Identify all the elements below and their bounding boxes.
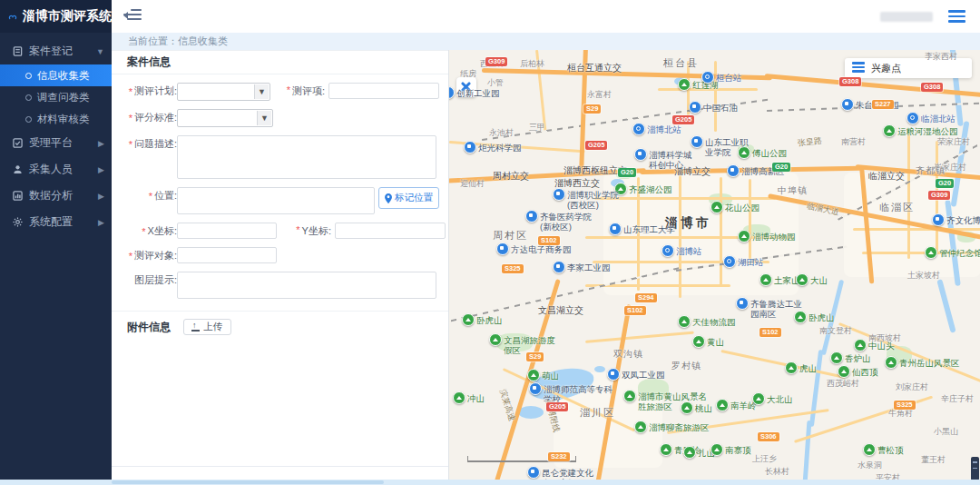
green-poi-marker-icon[interactable] bbox=[623, 390, 636, 402]
map-poi-gpoi[interactable]: 虎山 bbox=[785, 363, 817, 374]
horizontal-scrollbar[interactable] bbox=[0, 480, 980, 485]
menu-fold-icon[interactable] bbox=[123, 9, 142, 24]
sidebar-item-system-config[interactable]: 系统配置 ▶ bbox=[0, 209, 112, 235]
map-poi-bpoi[interactable]: 齐文化博物院 bbox=[932, 215, 980, 226]
map-poi-bpoi[interactable]: 齐鲁腾达工业园南区 bbox=[736, 299, 807, 320]
map-poi-bpoi[interactable]: 淄博师范高等专科学校 bbox=[529, 384, 612, 405]
map-poi-bpoi[interactable]: 淄博科学城科创中心 bbox=[634, 150, 698, 171]
station-marker-icon[interactable] bbox=[906, 112, 919, 124]
map-poi-gpoi[interactable]: 淄博聊斋旅游区 bbox=[634, 422, 710, 433]
green-poi-marker-icon[interactable] bbox=[863, 443, 876, 456]
green-poi-marker-icon[interactable] bbox=[752, 392, 765, 405]
scrollbar-thumb[interactable] bbox=[112, 480, 384, 484]
green-poi-marker-icon[interactable] bbox=[678, 78, 691, 91]
map-zoom-control[interactable] bbox=[971, 457, 979, 480]
blue-poi-marker-icon[interactable] bbox=[529, 382, 542, 395]
map-poi-bpoi[interactable]: 淄博职业学院(西校区) bbox=[553, 190, 629, 211]
sidebar-item-info-collect[interactable]: 信息收集类 bbox=[0, 64, 112, 86]
green-poi-marker-icon[interactable] bbox=[527, 369, 540, 381]
location-input[interactable] bbox=[177, 187, 375, 214]
map-poi-gpoi[interactable]: 冲山 bbox=[453, 393, 485, 404]
blue-poi-marker-icon[interactable] bbox=[634, 148, 647, 161]
green-poi-marker-icon[interactable] bbox=[681, 401, 693, 414]
green-poi-marker-icon[interactable] bbox=[660, 443, 672, 456]
map-poi-gpoi[interactable]: 中山头 bbox=[854, 341, 895, 351]
blue-poi-marker-icon[interactable] bbox=[727, 164, 740, 177]
sidebar-item-case-register[interactable]: 案件登记 ▼ bbox=[0, 38, 112, 64]
map-poi-bpoi[interactable]: 李家工业园 bbox=[553, 262, 611, 273]
map-poi-stpoi[interactable]: 桓台站 bbox=[701, 73, 742, 84]
map-poi-gpoi[interactable]: 南寨顶 bbox=[710, 445, 751, 456]
blue-poi-marker-icon[interactable] bbox=[607, 368, 620, 381]
map-canvas[interactable]: 兴趣点 西丘村纸房小管后柏林永富村三甲永池村迎仙村李家西村南营村荣家庄村崔家庄村… bbox=[448, 50, 980, 480]
station-marker-icon[interactable] bbox=[701, 71, 714, 84]
green-poi-marker-icon[interactable] bbox=[883, 124, 896, 137]
map-poi-bpoi[interactable]: 创新工业园 bbox=[448, 88, 500, 99]
map-poi-bpoi[interactable]: 方达电子商务园 bbox=[496, 244, 572, 255]
map-poi-gpoi[interactable]: 萌山 bbox=[527, 371, 559, 381]
sidebar-item-data-analysis[interactable]: 数据分析 ▶ bbox=[0, 183, 112, 209]
hamburger-menu-icon[interactable] bbox=[948, 10, 965, 25]
green-poi-marker-icon[interactable] bbox=[854, 339, 867, 351]
map-poi-gpoi[interactable]: 淄博动物园 bbox=[738, 232, 796, 242]
map-poi-gpoi[interactable]: 大山 bbox=[796, 275, 828, 286]
map-poi-gpoi[interactable]: 南羊岭 bbox=[716, 401, 757, 411]
blue-poi-marker-icon[interactable] bbox=[553, 261, 565, 273]
map-poi-gpoi[interactable]: 青州岳山风景区 bbox=[885, 358, 960, 369]
green-poi-marker-icon[interactable] bbox=[692, 335, 705, 348]
blue-poi-marker-icon[interactable] bbox=[689, 101, 701, 114]
map-poi-gpoi[interactable]: 桃山 bbox=[681, 403, 712, 414]
green-poi-marker-icon[interactable] bbox=[683, 446, 696, 459]
green-poi-marker-icon[interactable] bbox=[838, 365, 850, 378]
green-poi-marker-icon[interactable] bbox=[453, 391, 466, 404]
map-poi-stpoi[interactable]: 淄博北站 bbox=[632, 124, 681, 135]
sidebar-item-material-review[interactable]: 材料审核类 bbox=[0, 108, 112, 130]
green-poi-marker-icon[interactable] bbox=[796, 273, 808, 286]
map-poi-gpoi[interactable]: 文昌湖旅游度假区 bbox=[489, 335, 560, 356]
green-poi-marker-icon[interactable] bbox=[678, 315, 691, 328]
x-coordinate-input[interactable] bbox=[177, 223, 277, 239]
green-poi-marker-icon[interactable] bbox=[925, 246, 937, 259]
green-poi-marker-icon[interactable] bbox=[785, 361, 798, 374]
map-poi-gpoi[interactable]: 大北山 bbox=[752, 394, 793, 405]
item-input[interactable] bbox=[328, 83, 439, 99]
map-poi-bpoi[interactable]: 齐鲁医药学院(新校区) bbox=[525, 212, 602, 233]
map-poi-gpoi[interactable]: 仙西顶 bbox=[838, 367, 878, 378]
map-poi-gpoi[interactable]: 香炉山 bbox=[830, 353, 871, 364]
station-marker-icon[interactable] bbox=[632, 123, 645, 135]
evaluation-object-input[interactable] bbox=[177, 247, 277, 263]
map-poi-stpoi[interactable]: 湖田站 bbox=[723, 257, 764, 268]
blue-poi-marker-icon[interactable] bbox=[841, 98, 854, 111]
green-poi-marker-icon[interactable] bbox=[738, 230, 750, 242]
mark-location-button[interactable]: 标记位置 bbox=[378, 187, 439, 209]
blue-poi-marker-icon[interactable] bbox=[609, 223, 622, 235]
map-poi-bpoi[interactable]: 中国石油 bbox=[689, 103, 738, 114]
map-poi-bpoi[interactable]: 山东理工大学 bbox=[609, 224, 675, 235]
green-poi-marker-icon[interactable] bbox=[716, 399, 729, 411]
green-poi-marker-icon[interactable] bbox=[634, 421, 647, 433]
blue-poi-marker-icon[interactable] bbox=[691, 135, 703, 148]
green-poi-marker-icon[interactable] bbox=[489, 333, 502, 346]
map-poi-gpoi[interactable]: 管仲纪念馆 bbox=[925, 248, 980, 259]
blue-poi-marker-icon[interactable] bbox=[525, 210, 538, 223]
map-poi-gpoi[interactable]: 花山公园 bbox=[710, 203, 760, 213]
blue-poi-marker-icon[interactable] bbox=[448, 86, 455, 99]
green-poi-marker-icon[interactable] bbox=[830, 351, 843, 364]
map-poi-bpoi[interactable]: 炬光科学园 bbox=[464, 143, 522, 153]
map-poi-gpoi[interactable]: 黄山 bbox=[692, 337, 724, 348]
upload-button[interactable]: 上传 bbox=[183, 319, 231, 335]
map-poi-bpoi[interactable]: 昆仑党建文化大观广场 bbox=[527, 468, 600, 480]
map-poi-gpoi[interactable]: 土家山 bbox=[760, 275, 800, 286]
blue-poi-marker-icon[interactable] bbox=[496, 242, 509, 255]
green-poi-marker-icon[interactable] bbox=[710, 443, 723, 456]
standard-select[interactable]: ▼ bbox=[177, 109, 273, 127]
green-poi-marker-icon[interactable] bbox=[885, 356, 897, 369]
map-poi-gpoi[interactable]: 运粮河湿地公园 bbox=[883, 126, 958, 137]
sidebar-item-survey[interactable]: 调查问卷类 bbox=[0, 86, 112, 108]
green-poi-marker-icon[interactable] bbox=[710, 201, 723, 213]
station-marker-icon[interactable] bbox=[662, 244, 674, 257]
green-poi-marker-icon[interactable] bbox=[760, 273, 772, 286]
green-poi-marker-icon[interactable] bbox=[462, 313, 475, 326]
map-poi-stpoi[interactable]: 淄博站 bbox=[662, 246, 702, 257]
map-poi-gpoi[interactable]: 天佳物流园 bbox=[678, 317, 736, 328]
